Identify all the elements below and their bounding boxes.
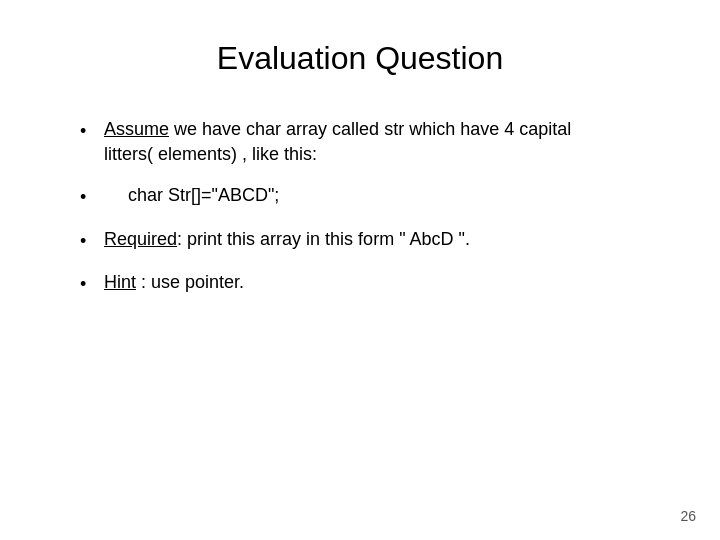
- bullet-item-assume: • Assume we have char array called str w…: [80, 117, 660, 167]
- slide: Evaluation Question • Assume we have cha…: [0, 0, 720, 540]
- content-area: • Assume we have char array called str w…: [60, 117, 660, 297]
- bullet-dot-3: •: [80, 229, 104, 254]
- assume-text-line2: litters( elements) , like this:: [104, 144, 317, 164]
- hint-rest: : use pointer.: [136, 272, 244, 292]
- bullet-dot-1: •: [80, 119, 104, 144]
- bullet-text-required: Required: print this array in this form …: [104, 227, 660, 252]
- bullet-text-char: char Str[]="ABCD";: [104, 183, 660, 208]
- bullet-item-hint: • Hint : use pointer.: [80, 270, 660, 297]
- bullet-item-char: • char Str[]="ABCD";: [80, 183, 660, 210]
- bullet-dot-4: •: [80, 272, 104, 297]
- slide-title: Evaluation Question: [60, 40, 660, 77]
- required-rest: : print this array in: [177, 229, 320, 249]
- required-underlined: Required: [104, 229, 177, 249]
- required-rest2: " AbcD ".: [394, 229, 470, 249]
- bullet-text-assume: Assume we have char array called str whi…: [104, 117, 660, 167]
- bullet-dot-2: •: [80, 185, 104, 210]
- assume-text-line1: we have char array called str which have…: [169, 119, 571, 139]
- bullet-text-hint: Hint : use pointer.: [104, 270, 660, 295]
- required-this-form: this form: [320, 229, 394, 249]
- bullet-item-required: • Required: print this array in this for…: [80, 227, 660, 254]
- hint-underlined: Hint: [104, 272, 136, 292]
- assume-underlined: Assume: [104, 119, 169, 139]
- page-number: 26: [680, 508, 696, 524]
